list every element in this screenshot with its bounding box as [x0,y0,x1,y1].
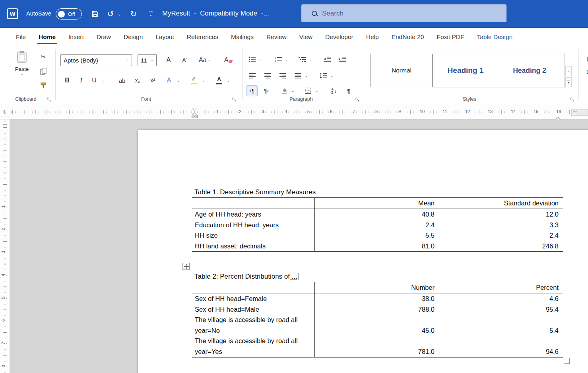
multilevel-chevron[interactable]: ⌄ [308,53,313,65]
tab-design[interactable]: Design [117,28,149,46]
font-size-combo[interactable]: 11 ⌄ [138,54,157,66]
change-case-button[interactable]: Aa ⌄ [196,54,214,66]
row-label[interactable]: Age of HH head: years [192,209,314,220]
copy-button[interactable] [37,65,49,77]
table-resize-handle[interactable] [564,358,570,364]
increase-indent-button[interactable] [336,53,348,65]
row-mean[interactable]: 40.8 [314,209,439,220]
editing-group-partial[interactable]: Ed [582,57,588,75]
rtl-text-direction-button[interactable]: ¶‹ [261,85,272,96]
shrink-font-button[interactable]: Aˇ [178,54,192,66]
shading-chevron[interactable]: ⌄ [290,85,295,96]
tab-view[interactable]: View [293,28,319,46]
styles-gallery-scroll-down[interactable]: ⌄ [565,66,572,76]
font-color-button[interactable]: A [213,74,225,87]
paragraph-dialog-launcher[interactable] [355,96,360,101]
highlight-chevron[interactable]: ⌄ [200,74,206,87]
row-percent[interactable]: 5.4 [439,314,563,336]
tab-draw[interactable]: Draw [90,28,117,46]
tab-home[interactable]: Home [32,28,62,46]
first-line-indent-marker[interactable] [192,105,198,113]
font-color-chevron[interactable]: ⌄ [226,74,231,87]
align-left-button[interactable] [246,69,258,82]
row-label[interactable]: The village is accessible by road all ye… [192,336,314,357]
row-number[interactable]: 38.0 [314,293,439,304]
tab-layout[interactable]: Layout [149,28,180,46]
row-label[interactable]: Sex of HH head=Female [192,293,314,304]
style-heading-1[interactable]: Heading 1 [434,54,497,87]
row-label[interactable]: Sex of HH head=Male [192,304,314,315]
underline-dropdown-chevron[interactable]: ⌄ [100,74,106,87]
horizontal-ruler[interactable]: L 1 2 3 4 5 6 7 8 9 10 11 12 13 14 15 16 [0,104,588,119]
clipboard-dialog-launcher[interactable] [47,96,52,101]
table2-caption[interactable]: Table 2: Percent Distributions of ... [194,272,299,281]
font-dialog-launcher[interactable] [232,96,237,101]
italic-button[interactable]: I [76,74,87,87]
row-label[interactable]: HH size [192,230,314,241]
row-mean[interactable]: 5.5 [314,230,439,241]
row-mean[interactable]: 2.4 [314,220,439,230]
font-name-combo[interactable]: Aptos (Body) ⌄ [60,54,132,66]
save-button[interactable] [91,10,99,18]
row-sd[interactable]: 2.4 [439,230,563,241]
sort-button[interactable]: AZ ↓ [328,85,340,96]
strikethrough-button[interactable]: ab [115,74,129,87]
search-input[interactable]: Search [301,4,506,22]
tab-insert[interactable]: Insert [62,28,90,46]
bold-button[interactable]: B [61,74,73,87]
row-label[interactable]: Education of HH head: years [192,220,314,230]
row-number[interactable]: 788.0 [314,304,439,315]
row-number[interactable]: 45.0 [314,314,439,336]
undo-button[interactable]: ↺ [106,9,115,19]
text-effects-button[interactable]: A [163,74,175,87]
left-indent-marker[interactable] [192,113,198,120]
tab-file[interactable]: File [10,28,32,46]
tab-developer[interactable]: Developer [319,28,360,46]
styles-dialog-launcher[interactable] [570,96,575,101]
justify-button[interactable] [292,69,304,82]
table-move-handle[interactable] [182,263,190,270]
text-effects-chevron[interactable]: ⌄ [176,74,181,87]
ltr-text-direction-button[interactable]: ›¶ [246,85,258,96]
tab-references[interactable]: References [180,28,225,46]
grow-font-button[interactable]: Aˆ [162,54,177,66]
row-sd[interactable]: 12.0 [439,209,563,220]
tab-endnote[interactable]: EndNote 20 [385,28,431,46]
row-label[interactable]: The village is accessible by road all ye… [192,314,314,336]
align-right-button[interactable] [277,69,289,82]
styles-gallery-more-button[interactable]: ▾ [565,77,572,87]
tab-help[interactable]: Help [360,28,385,46]
table2-header-percent[interactable]: Percent [439,282,563,293]
align-center-button[interactable] [262,69,274,82]
document-page[interactable]: Table 1: Descriptive Summary Measures Me… [138,130,588,373]
bullets-button[interactable] [246,53,258,65]
table1-caption[interactable]: Table 1: Descriptive Summary Measures [194,188,316,196]
subscript-button[interactable]: x₂ [131,74,144,87]
word-app-icon[interactable]: W [7,8,18,19]
shading-button[interactable] [278,85,290,96]
table2-header-number[interactable]: Number [314,282,439,293]
row-sd[interactable]: 3.3 [439,220,563,230]
bullets-chevron[interactable]: ⌄ [258,53,263,65]
row-percent[interactable]: 95.4 [439,304,563,315]
row-mean[interactable]: 81.0 [314,241,439,252]
tab-table-design[interactable]: Table Design [470,28,519,46]
format-painter-button[interactable] [37,80,49,92]
underline-button[interactable]: U [89,74,99,87]
vertical-ruler[interactable]: 1 2 3 4 5 6 7 8 [0,119,10,373]
redo-button[interactable]: ↻ [129,9,138,19]
table1-header-empty[interactable] [192,198,314,209]
borders-chevron[interactable]: ⌄ [314,85,319,96]
clear-formatting-button[interactable]: A [221,54,235,66]
line-spacing-button[interactable] [317,69,329,82]
table1-header-mean[interactable]: Mean [314,198,439,209]
paste-button[interactable]: Paste ⌄ [12,51,32,76]
decrease-indent-button[interactable] [321,53,333,65]
superscript-button[interactable]: x² [146,74,159,87]
style-normal[interactable]: Normal [371,54,433,87]
row-percent[interactable]: 94.6 [439,336,563,357]
borders-button[interactable] [302,85,314,96]
style-heading-2[interactable]: Heading 2 [499,54,561,87]
undo-dropdown-chevron[interactable]: ⌄ [117,12,122,17]
line-spacing-chevron[interactable]: ⌄ [329,69,334,82]
